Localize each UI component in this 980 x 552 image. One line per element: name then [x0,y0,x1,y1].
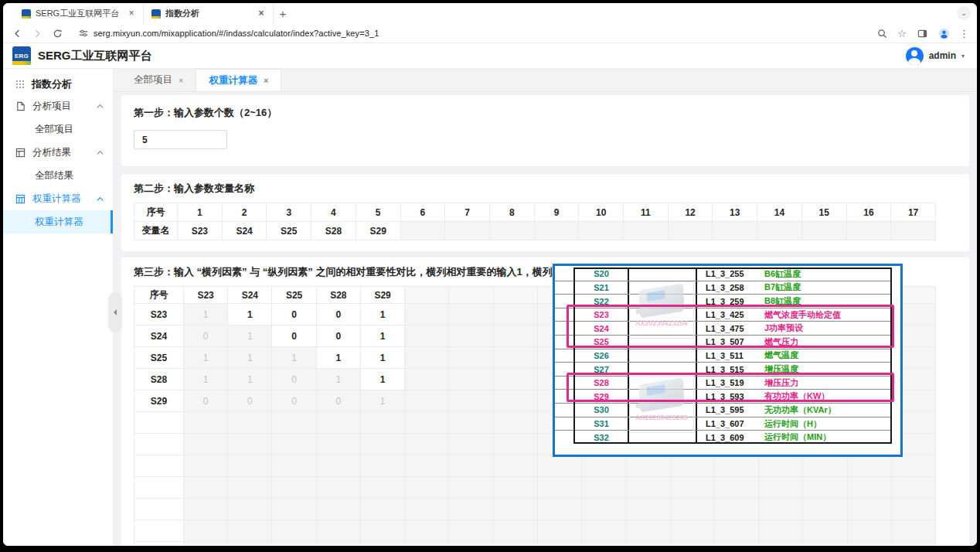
tag-mapping-table: S20L1_3_255B6缸温度S21L1_3_258B7缸温度S22L1_3_… [555,267,892,444]
tag-row-margin [555,336,573,349]
variable-name-cell[interactable]: S24 [222,222,267,240]
workspace-tab-2[interactable]: 权重计算器× [196,69,281,91]
tag-row-margin [555,417,573,431]
matrix-cell-S23-S25[interactable]: 0 [272,304,316,325]
app-title: SERG工业互联网平台 [38,49,152,63]
tab-search-chevron-icon[interactable]: ⌄ [957,6,971,20]
url-field[interactable]: serg.mixyun.com/mixapplication/#/indass/… [71,26,868,41]
back-icon[interactable] [11,27,23,39]
tag-row-margin [555,267,573,281]
matrix-cell-empty [316,520,360,542]
chrome-profile-avatar[interactable] [937,27,950,39]
tag-detail-cell: L1_3_593有功功率（KW） [696,390,892,403]
matrix-cell-S25-S28[interactable]: 1 [316,347,360,369]
matrix-cell-empty [449,304,493,325]
user-menu[interactable]: admin ▾ [906,47,965,65]
tag-image-cell [628,377,696,390]
sidebar-subitem-全部结果[interactable]: 全部结果 [3,164,113,187]
sidebar-collapse-handle[interactable] [108,292,122,332]
browser-menu-icon[interactable]: ⋮ [959,28,969,39]
matrix-cell-empty [847,477,891,499]
matrix-column-header: S28 [316,287,360,304]
matrix-column-header-empty [405,287,449,304]
matrix-cell-empty [449,369,493,390]
index-cell: 4 [311,203,356,222]
matrix-cell-S23-S24[interactable]: 1 [228,304,272,325]
sidebar-item-label: 权重计算器 [32,193,90,206]
matrix-cell-S23-S29[interactable]: 1 [360,304,404,325]
matrix-cell-empty [582,542,626,547]
param-count-input[interactable]: 5 [134,130,227,149]
index-cell: 16 [846,203,891,222]
sidebar-item-3[interactable]: 权重计算器 [3,187,113,210]
workspace-tab-1[interactable]: 全部项目× [121,69,196,91]
matrix-cell-empty [228,520,272,542]
matrix-cell-empty [493,520,537,542]
tag-image-cell [628,322,696,335]
tag-address: L1_3_425 [697,310,759,319]
bookmark-star-icon[interactable]: ☆ [897,28,907,39]
matrix-cell-empty [316,434,360,455]
tag-row-margin [555,281,573,295]
tab-close-icon[interactable]: × [126,9,137,19]
site-settings-tune-icon[interactable] [79,29,88,38]
tag-row-S31: S31L1_3_607运行时间（H） [555,417,892,431]
new-tab-button[interactable]: + [274,3,292,24]
matrix-column-header: S24 [228,287,272,304]
workspace-tab-close-icon[interactable]: × [264,76,268,85]
variable-name-cell[interactable]: S29 [356,222,400,240]
tag-row-S26: S26L1_3_511燃气温度 [555,349,892,363]
index-cell: 10 [579,203,624,222]
sidebar-item-1[interactable]: 分析项目 [3,94,113,118]
sidebar-item-2[interactable]: 分析结果 [3,141,113,164]
matrix-cell-S29-S23: 0 [184,390,228,412]
sidebar-subitem-权重计算器[interactable]: 权重计算器 [3,210,113,233]
variable-name-cell-empty [713,222,757,240]
tag-detail-cell: L1_3_595无功功率（KVAr） [696,404,892,417]
side-panel-icon[interactable] [916,27,928,39]
tab-close-icon[interactable]: × [256,9,267,19]
tag-description: 燃气浓度手动给定值 [759,309,841,321]
variable-name-cell[interactable]: S25 [267,222,311,240]
variable-name-cell[interactable]: S28 [311,222,356,240]
matrix-cell-empty [759,455,803,477]
user-caret-icon: ▾ [961,53,965,60]
matrix-cell-S28-S28: 1 [316,369,360,390]
matrix-cell-empty [360,412,404,434]
index-cell: 8 [489,203,534,222]
browser-tab-1[interactable]: SERG工业互联网平台× [14,3,144,24]
matrix-cell-empty [759,520,803,542]
matrix-cell-S23-S28[interactable]: 0 [316,304,360,325]
matrix-cell-S25-S29[interactable]: 1 [360,347,404,369]
matrix-cell-S24-S28[interactable]: 0 [316,325,360,347]
workspace-tab-close-icon[interactable]: × [179,76,183,85]
zoom-magnifier-icon[interactable] [876,27,888,39]
matrix-filler-row [134,455,936,477]
matrix-cell-empty [493,412,537,434]
tag-row-S20: S20L1_3_255B6缸温度 [555,267,892,281]
matrix-filler-row [134,499,936,520]
address-bar-actions: ☆ ⋮ [876,27,969,39]
matrix-cell-S28-S29[interactable]: 1 [360,369,404,390]
index-cell: 12 [668,203,713,222]
matrix-cell-S24-S29[interactable]: 1 [360,325,404,347]
matrix-cell-empty [714,499,758,520]
matrix-cell-empty [493,347,537,369]
matrix-cell-empty [184,542,228,547]
browser-tab-2[interactable]: 指数分析× [144,3,274,24]
matrix-filler-row [134,520,936,542]
variable-name-cell[interactable]: S23 [178,222,223,240]
tag-description: 运行时间（MIN） [759,431,831,443]
matrix-cell-empty [405,412,449,434]
forward-icon[interactable] [31,27,43,39]
matrix-cell-empty [582,520,626,542]
matrix-cell-S24-S25[interactable]: 0 [272,325,316,347]
matrix-cell-S24-S23: 0 [184,325,228,347]
step1-title: 第一步：输入参数个数（2~16） [134,106,957,120]
reload-icon[interactable] [51,27,63,39]
variable-name-cell-empty [801,222,846,240]
variable-name-cell-empty [846,222,891,240]
sidebar-subitem-全部项目[interactable]: 全部项目 [3,118,113,141]
tag-address: L1_3_519 [697,378,759,387]
matrix-cell-empty [449,455,493,477]
